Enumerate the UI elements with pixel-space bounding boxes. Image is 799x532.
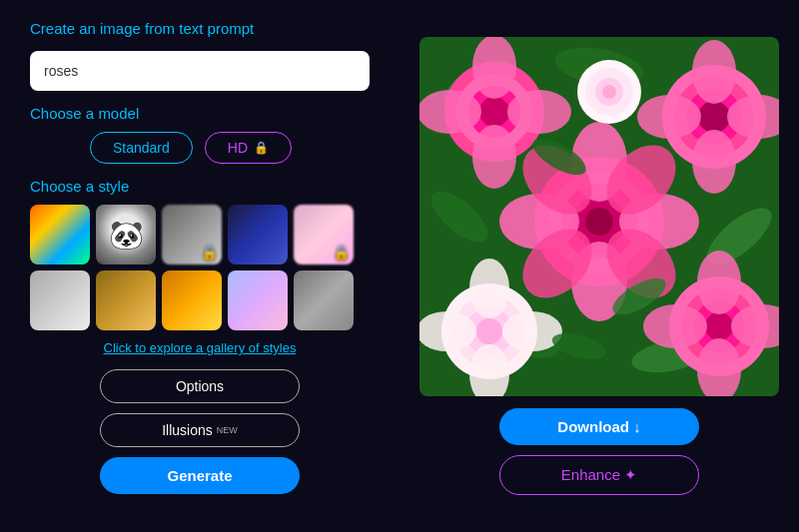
roses-image xyxy=(419,37,779,396)
style-thumb-sketch[interactable] xyxy=(30,270,90,330)
svg-point-40 xyxy=(476,318,502,344)
svg-point-49 xyxy=(697,251,741,314)
svg-point-28 xyxy=(507,90,571,134)
svg-point-51 xyxy=(643,304,707,348)
new-badge: NEW xyxy=(217,425,238,435)
svg-point-26 xyxy=(472,125,516,189)
svg-point-32 xyxy=(698,101,730,133)
style-thumb-locked-2[interactable]: 🔒 xyxy=(294,205,354,265)
options-section: Options Illusions NEW Generate xyxy=(30,369,370,494)
svg-point-12 xyxy=(585,208,613,236)
illusions-button[interactable]: Illusions NEW xyxy=(100,413,300,447)
svg-point-44 xyxy=(502,311,562,351)
style-thumb-city[interactable] xyxy=(294,270,354,330)
svg-point-27 xyxy=(419,90,481,134)
action-buttons: Download ↓ Enhance ✦ xyxy=(499,408,699,495)
download-button[interactable]: Download ↓ xyxy=(499,408,699,445)
right-panel: Download ↓ Enhance ✦ xyxy=(400,0,799,532)
svg-point-33 xyxy=(692,40,736,104)
svg-point-35 xyxy=(637,95,701,139)
style-section: Choose a style 🐼 🔒 🔒 Click to explore a … xyxy=(30,178,370,355)
standard-button[interactable]: Standard xyxy=(90,132,193,164)
style-thumb-panda[interactable]: 🐼 xyxy=(96,205,156,265)
svg-point-34 xyxy=(692,130,736,194)
generated-image-container xyxy=(419,37,779,396)
generate-button[interactable]: Generate xyxy=(100,457,300,494)
style-thumb-dark[interactable] xyxy=(228,205,288,265)
style-title: Choose a style xyxy=(30,178,370,195)
hd-label: HD xyxy=(228,140,248,156)
hd-button[interactable]: HD 🔒 xyxy=(205,132,292,164)
model-section: Choose a model Standard HD 🔒 xyxy=(30,105,370,164)
illusions-label: Illusions xyxy=(162,422,213,438)
style-thumb-dance[interactable] xyxy=(228,270,288,330)
options-button[interactable]: Options xyxy=(100,369,300,403)
lock-overlay-2: 🔒 xyxy=(333,245,350,261)
lock-icon: 🔒 xyxy=(254,141,269,155)
svg-point-25 xyxy=(472,37,516,99)
style-thumb-locked-1[interactable]: 🔒 xyxy=(162,205,222,265)
style-thumb-classical[interactable] xyxy=(96,270,156,330)
prompt-input[interactable] xyxy=(30,51,370,91)
svg-point-41 xyxy=(469,259,509,318)
svg-point-24 xyxy=(479,97,509,127)
explore-gallery-link[interactable]: Click to explore a gallery of styles xyxy=(30,340,370,355)
create-title: Create an image from text prompt xyxy=(30,20,370,37)
model-title: Choose a model xyxy=(30,105,370,122)
svg-point-56 xyxy=(602,85,616,99)
style-thumb-floral[interactable] xyxy=(162,270,222,330)
style-grid: 🐼 🔒 🔒 xyxy=(30,205,370,330)
enhance-button[interactable]: Enhance ✦ xyxy=(499,455,699,495)
model-buttons: Standard HD 🔒 xyxy=(30,132,370,164)
lock-overlay-1: 🔒 xyxy=(201,245,218,261)
style-thumb-colorful[interactable] xyxy=(30,205,90,265)
svg-point-48 xyxy=(705,312,733,340)
left-panel: Create an image from text prompt Choose … xyxy=(0,0,400,532)
